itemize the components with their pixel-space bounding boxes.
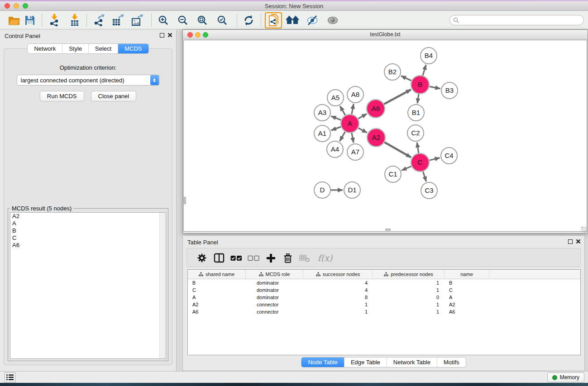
edge-A2-C[interactable] <box>384 142 411 157</box>
memory-button[interactable]: Memory <box>547 372 584 382</box>
export-table-button[interactable] <box>109 12 126 29</box>
float-table-panel-icon[interactable] <box>568 239 573 244</box>
tab-node-table[interactable]: Node Table <box>301 357 344 367</box>
table-cell[interactable]: A2 <box>445 302 489 307</box>
node-C1[interactable]: C1 <box>385 166 401 182</box>
result-item[interactable]: A2 <box>10 213 166 220</box>
node-A5[interactable]: A5 <box>327 90 344 106</box>
table-row[interactable]: Adominator80A <box>188 294 580 301</box>
network-window-titlebar[interactable]: testGlobe.txt <box>183 30 588 39</box>
node-C2[interactable]: C2 <box>407 125 424 141</box>
function-builder-button[interactable]: f(x) <box>315 252 335 264</box>
node-table[interactable]: shared nameMCDS rolesuccessor nodesprede… <box>187 269 581 355</box>
tab-motifs[interactable]: Motifs <box>437 357 466 367</box>
node-B[interactable]: B <box>411 76 429 94</box>
network-canvas[interactable]: B4B2BB3A5A8A6B1A3AC2A1A2A4A7CC4C1C3DD1 <box>183 40 587 232</box>
edge-C-C2[interactable] <box>417 143 419 153</box>
table-cell[interactable]: connector <box>246 302 303 307</box>
minimize-window-button[interactable] <box>14 3 19 9</box>
tab-style[interactable]: Style <box>62 44 88 53</box>
node-A6[interactable]: A6 <box>367 100 385 118</box>
zoom-fit-button[interactable] <box>194 12 211 29</box>
zoom-selected-button[interactable] <box>214 12 231 29</box>
save-session-button[interactable] <box>21 12 38 29</box>
column-header-name[interactable]: name <box>445 270 489 279</box>
node-A2[interactable]: A2 <box>367 129 385 147</box>
optimization-criterion-dropdown[interactable]: largest connected component (directed) <box>17 75 160 86</box>
node-C3[interactable]: C3 <box>421 182 437 199</box>
edge-C-C4[interactable] <box>429 158 440 160</box>
import-network-button[interactable] <box>46 12 63 29</box>
table-cell[interactable]: 1 <box>373 309 445 315</box>
close-window-button[interactable] <box>5 3 10 9</box>
table-settings-button[interactable] <box>195 252 209 264</box>
canvas-horizontal-scrollbar[interactable] <box>385 229 391 231</box>
table-cell[interactable]: dominator <box>246 287 303 293</box>
result-item[interactable]: C <box>10 234 166 242</box>
edge-A-A5[interactable] <box>340 106 345 115</box>
table-cell[interactable]: A <box>188 295 246 300</box>
search-input[interactable] <box>459 15 583 25</box>
table-cell[interactable]: 1 <box>303 302 373 307</box>
node-C[interactable]: C <box>411 153 429 172</box>
network-graph[interactable]: B4B2BB3A5A8A6B1A3AC2A1A2A4A7CC4C1C3DD1 <box>184 40 588 231</box>
network-minimize-button[interactable] <box>195 32 201 38</box>
home-view-button[interactable] <box>284 12 301 29</box>
table-cell[interactable]: C <box>445 287 489 293</box>
edge-A-A8[interactable] <box>352 104 354 114</box>
close-panel-button[interactable]: Close panel <box>91 91 137 101</box>
edge-A-A4[interactable] <box>340 132 345 141</box>
node-B1[interactable]: B1 <box>408 105 424 121</box>
table-cell[interactable]: 0 <box>373 295 445 300</box>
table-row[interactable]: A6connector11A6 <box>188 308 580 315</box>
network-close-button[interactable] <box>187 32 193 38</box>
edge-B-B1[interactable] <box>417 94 419 103</box>
edge-A-A3[interactable] <box>331 116 341 120</box>
table-row[interactable]: Cdominator41C <box>188 286 580 294</box>
delete-column-button[interactable] <box>281 252 295 264</box>
table-cell[interactable]: dominator <box>246 280 303 286</box>
column-header-predecessor-nodes[interactable]: predecessor nodes <box>373 270 445 279</box>
table-cell[interactable]: A <box>445 295 489 300</box>
tab-mcds[interactable]: MCDS <box>118 44 148 53</box>
column-header-MCDS-role[interactable]: MCDS role <box>246 270 303 279</box>
edge-C-C1[interactable] <box>402 166 411 170</box>
mcds-result-list[interactable]: A2ABCA6 <box>10 212 166 359</box>
edge-A6-B[interactable] <box>384 90 411 104</box>
edge-B-B4[interactable] <box>423 65 426 76</box>
close-table-panel-icon[interactable] <box>576 239 581 244</box>
resize-grip[interactable] <box>581 227 587 233</box>
result-scrollbar[interactable] <box>159 213 166 358</box>
run-mcds-button[interactable]: Run MCDS <box>40 91 84 101</box>
close-panel-icon[interactable] <box>167 33 172 38</box>
table-cell[interactable]: B <box>188 280 246 286</box>
tab-network-table[interactable]: Network Table <box>387 357 437 367</box>
table-row[interactable]: Bdominator41B <box>188 279 580 286</box>
table-cell[interactable]: dominator <box>246 295 303 300</box>
zoom-window-button[interactable] <box>23 3 28 9</box>
deselect-all-button[interactable] <box>247 252 260 264</box>
edge-C-C3[interactable] <box>423 172 426 181</box>
network-list-button[interactable] <box>5 372 15 382</box>
edge-A-A7[interactable] <box>352 133 354 143</box>
node-A7[interactable]: A7 <box>347 144 363 160</box>
node-C4[interactable]: C4 <box>441 148 457 164</box>
result-item[interactable]: B <box>10 227 166 234</box>
column-header-shared-name[interactable]: shared name <box>188 270 246 279</box>
table-cell[interactable]: A2 <box>188 302 246 307</box>
table-cell[interactable]: 8 <box>303 295 373 300</box>
hide-panels-button[interactable] <box>304 12 321 29</box>
result-item[interactable]: A6 <box>10 242 166 249</box>
table-cell[interactable]: 1 <box>373 280 445 286</box>
delete-table-button[interactable] <box>298 252 311 264</box>
table-cell[interactable]: 4 <box>303 280 373 286</box>
add-column-button[interactable] <box>264 252 277 264</box>
table-cell[interactable]: 1 <box>373 302 445 307</box>
show-panels-button[interactable] <box>324 12 341 29</box>
zoom-out-button[interactable] <box>174 12 191 29</box>
table-cell[interactable]: 1 <box>303 309 373 315</box>
table-cell[interactable]: 1 <box>373 287 445 293</box>
tab-select[interactable]: Select <box>88 44 118 53</box>
search-field[interactable] <box>449 15 584 25</box>
edge-B-B2[interactable] <box>401 76 411 81</box>
